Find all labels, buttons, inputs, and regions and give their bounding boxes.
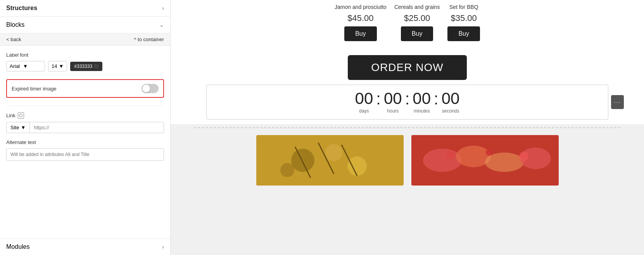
font-size-select[interactable]: 14 ▼ bbox=[48, 61, 67, 71]
timer-seconds-label: seconds bbox=[442, 108, 459, 114]
svg-point-13 bbox=[446, 151, 454, 158]
color-picker-button[interactable]: #333333 ⬛ bbox=[70, 62, 102, 71]
bottom-images-row bbox=[171, 131, 644, 189]
expired-timer-image-row: Expired timer image bbox=[6, 79, 164, 98]
timer-seconds-unit: 00 seconds bbox=[442, 90, 460, 114]
link-text: Link bbox=[6, 113, 16, 118]
structures-header[interactable]: Structures › bbox=[0, 0, 170, 17]
svg-point-1 bbox=[291, 149, 314, 172]
svg-point-11 bbox=[485, 153, 524, 172]
color-value: #333333 bbox=[74, 64, 92, 69]
link-section: Link ⬡ Site ▼ bbox=[6, 112, 164, 133]
product-name-1: Jamon and prosciutto bbox=[335, 4, 387, 10]
food-image-2 bbox=[411, 135, 559, 186]
blocks-title: Blocks bbox=[6, 21, 24, 28]
font-size-chevron-icon: ▼ bbox=[59, 63, 64, 69]
alternate-text-section: Alternate text bbox=[6, 139, 164, 161]
colon-2-icon: : bbox=[405, 91, 410, 113]
navigation-bar: < back ^ to container bbox=[0, 33, 170, 46]
link-type-button[interactable]: Site ▼ bbox=[6, 122, 29, 133]
product-price-2: $25.00 bbox=[404, 13, 430, 23]
buy-button-1[interactable]: Buy bbox=[344, 26, 377, 41]
dashed-divider bbox=[194, 127, 620, 128]
product-price-1: $45.00 bbox=[347, 13, 373, 23]
alternate-text-input[interactable] bbox=[6, 148, 164, 161]
timer-days-unit: 00 days bbox=[355, 90, 373, 114]
timer-days-value: 00 bbox=[355, 90, 373, 107]
product-card-2: Cereals and grains $25.00 Buy bbox=[394, 4, 440, 41]
font-family-value: Arial bbox=[10, 63, 20, 69]
timer-minutes-label: minutes bbox=[414, 108, 430, 114]
to-container-button[interactable]: ^ to container bbox=[134, 36, 164, 42]
to-container-label: ^ to container bbox=[134, 36, 164, 42]
expired-timer-image-toggle[interactable] bbox=[142, 84, 159, 93]
timer-days-label: days bbox=[359, 108, 369, 114]
canvas-area: Jamon and prosciutto $45.00 Buy Cereals … bbox=[171, 0, 644, 255]
svg-point-9 bbox=[423, 149, 462, 172]
color-swatch-icon: ⬛ bbox=[94, 64, 98, 68]
link-type-chevron-icon: ▼ bbox=[21, 125, 26, 130]
font-row: Arial ▼ 14 ▼ #333333 ⬛ bbox=[6, 61, 164, 71]
alternate-text-label: Alternate text bbox=[6, 139, 164, 145]
timer-seconds-value: 00 bbox=[442, 90, 460, 107]
timer-hours-label: hours bbox=[387, 108, 399, 114]
colon-1-icon: : bbox=[376, 91, 381, 113]
product-name-3: Set for BBQ bbox=[449, 4, 478, 10]
panel-content: Label font Arial ▼ 14 ▼ #333333 ⬛ Expire… bbox=[0, 46, 170, 238]
products-row: Jamon and prosciutto $45.00 Buy Cereals … bbox=[171, 0, 644, 49]
svg-point-4 bbox=[280, 163, 294, 177]
timer-wrapper: 00 days : 00 hours : 00 minutes : bbox=[206, 85, 609, 120]
order-section: ORDER NOW 00 days : 00 hours : 00 bbox=[171, 49, 644, 124]
svg-point-2 bbox=[325, 144, 342, 161]
back-button[interactable]: < back bbox=[6, 36, 21, 42]
timer-minutes-unit: 00 minutes bbox=[413, 90, 431, 114]
svg-point-3 bbox=[347, 156, 367, 176]
font-family-select[interactable]: Arial ▼ bbox=[6, 61, 45, 71]
order-now-button[interactable]: ORDER NOW bbox=[348, 55, 466, 80]
link-label: Link ⬡ bbox=[6, 112, 164, 119]
structures-chevron-icon: › bbox=[162, 5, 164, 11]
back-label: < back bbox=[6, 36, 21, 42]
left-panel: Structures › Blocks ⌄ < back ^ to contai… bbox=[0, 0, 171, 255]
timer-minutes-value: 00 bbox=[413, 90, 431, 107]
buy-button-3[interactable]: Buy bbox=[447, 26, 480, 41]
link-type-value: Site bbox=[10, 125, 19, 130]
food-image-1 bbox=[256, 135, 404, 186]
toggle-thumb bbox=[142, 85, 150, 92]
timer-box: 00 days : 00 hours : 00 minutes : bbox=[206, 85, 609, 120]
divider bbox=[6, 106, 164, 106]
label-font-label: Label font bbox=[6, 52, 164, 58]
svg-point-14 bbox=[486, 149, 492, 156]
colon-3-icon: : bbox=[434, 91, 439, 113]
svg-point-15 bbox=[519, 152, 528, 161]
product-name-2: Cereals and grains bbox=[394, 4, 440, 10]
product-card-3: Set for BBQ $35.00 Buy bbox=[447, 4, 480, 41]
expired-timer-image-label: Expired timer image bbox=[12, 86, 57, 92]
product-price-3: $35.00 bbox=[451, 13, 477, 23]
blocks-chevron-icon: ⌄ bbox=[159, 22, 164, 28]
structures-title: Structures bbox=[6, 5, 37, 12]
timer-more-button[interactable]: ··· bbox=[611, 95, 624, 109]
font-size-value: 14 bbox=[52, 63, 57, 69]
timer-hours-value: 00 bbox=[384, 90, 402, 107]
timer-hours-unit: 00 hours bbox=[384, 90, 402, 114]
modules-header[interactable]: Modules › bbox=[0, 238, 170, 255]
font-family-chevron-icon: ▼ bbox=[23, 63, 28, 69]
link-external-icon: ⬡ bbox=[18, 112, 24, 119]
right-panel: Jamon and prosciutto $45.00 Buy Cereals … bbox=[171, 0, 644, 255]
buy-button-2[interactable]: Buy bbox=[401, 26, 433, 41]
product-card-1: Jamon and prosciutto $45.00 Buy bbox=[335, 4, 387, 41]
blocks-header[interactable]: Blocks ⌄ bbox=[0, 17, 170, 33]
modules-chevron-icon: › bbox=[162, 244, 164, 250]
modules-title: Modules bbox=[6, 243, 29, 250]
svg-rect-0 bbox=[256, 135, 404, 186]
link-row: Site ▼ bbox=[6, 122, 164, 133]
link-url-input[interactable] bbox=[29, 122, 164, 133]
